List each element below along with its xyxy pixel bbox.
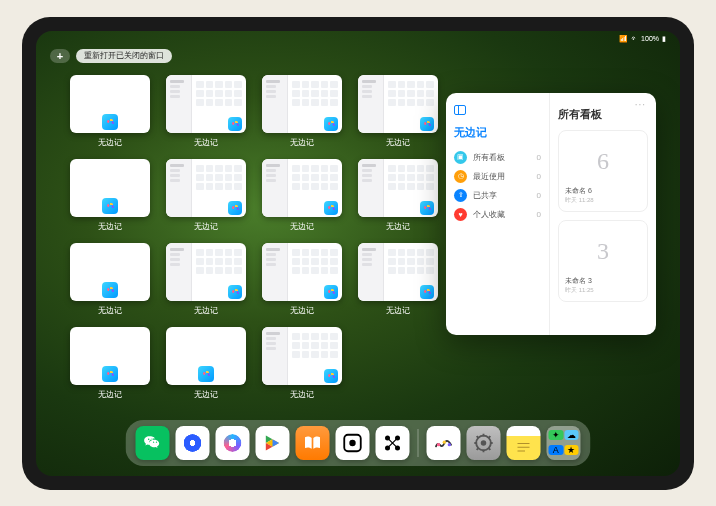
window-tile-label: 无边记 bbox=[290, 137, 314, 148]
board-sketch: 3 bbox=[565, 227, 641, 276]
sidebar-toggle-icon[interactable] bbox=[454, 105, 466, 115]
freeform-app-icon bbox=[102, 198, 118, 214]
window-tile[interactable]: 无边记 bbox=[260, 327, 344, 405]
sidebar-item[interactable]: ♥个人收藏0 bbox=[454, 205, 541, 224]
svg-point-8 bbox=[448, 443, 451, 446]
reopen-closed-button[interactable]: 重新打开已关闭的窗口 bbox=[76, 49, 172, 63]
window-thumbnail bbox=[166, 75, 246, 133]
signal-icon: 📶 bbox=[619, 35, 628, 43]
sidebar-item-label: 最近使用 bbox=[473, 171, 505, 182]
board-card[interactable]: 6未命名 6昨天 11:28 bbox=[558, 130, 648, 212]
sidebar-item-count: 0 bbox=[537, 172, 541, 181]
dice-icon[interactable] bbox=[336, 426, 370, 460]
freeform-app-icon bbox=[198, 366, 214, 382]
panel-main: ··· 所有看板 6未命名 6昨天 11:283未命名 3昨天 11:25 bbox=[550, 93, 656, 335]
window-tile[interactable]: 无边记 bbox=[68, 75, 152, 153]
board-title: 未命名 3 bbox=[565, 276, 641, 286]
freeform-icon[interactable] bbox=[427, 426, 461, 460]
window-tile-label: 无边记 bbox=[194, 305, 218, 316]
more-button[interactable]: ··· bbox=[635, 99, 646, 110]
window-thumbnail bbox=[262, 243, 342, 301]
panel-sidebar-title: 无边记 bbox=[454, 125, 541, 140]
window-thumbnail bbox=[358, 75, 438, 133]
window-tile-label: 无边记 bbox=[194, 389, 218, 400]
play-icon[interactable] bbox=[256, 426, 290, 460]
window-tile[interactable]: 无边记 bbox=[164, 75, 248, 153]
wechat-icon[interactable] bbox=[136, 426, 170, 460]
window-tile[interactable]: 无边记 bbox=[164, 327, 248, 405]
svg-point-6 bbox=[437, 443, 440, 446]
window-tile-label: 无边记 bbox=[98, 221, 122, 232]
window-grid: 无边记无边记无边记无边记无边记无边记无边记无边记无边记无边记无边记无边记无边记无… bbox=[68, 75, 448, 405]
browser1-icon[interactable] bbox=[176, 426, 210, 460]
window-tile-label: 无边记 bbox=[98, 137, 122, 148]
status-bar: 📶 ᯤ 100% ▮ bbox=[619, 35, 666, 43]
board-title: 未命名 6 bbox=[565, 186, 641, 196]
window-thumbnail bbox=[166, 327, 246, 385]
battery-label: 100% bbox=[641, 35, 659, 42]
window-tile[interactable]: 无边记 bbox=[164, 159, 248, 237]
window-thumbnail bbox=[70, 159, 150, 217]
window-tile-label: 无边记 bbox=[194, 221, 218, 232]
window-tile[interactable]: 无边记 bbox=[68, 159, 152, 237]
applibrary-icon[interactable]: ✦☁︎ A★ bbox=[547, 426, 581, 460]
window-tile[interactable]: 无边记 bbox=[164, 243, 248, 321]
sidebar-item-icon: ◷ bbox=[454, 170, 467, 183]
freeform-app-icon bbox=[228, 285, 242, 299]
freeform-app-icon bbox=[102, 282, 118, 298]
freeform-app-icon bbox=[102, 114, 118, 130]
window-tile[interactable]: 无边记 bbox=[260, 159, 344, 237]
freeform-app-icon bbox=[228, 117, 242, 131]
connect-icon[interactable] bbox=[376, 426, 410, 460]
settings-icon[interactable] bbox=[467, 426, 501, 460]
ipad-frame: 📶 ᯤ 100% ▮ + 重新打开已关闭的窗口 无边记无边记无边记无边记无边记无… bbox=[22, 17, 694, 490]
window-tile-label: 无边记 bbox=[98, 305, 122, 316]
freeform-app-icon bbox=[324, 285, 338, 299]
sidebar-item[interactable]: ⇪已共享0 bbox=[454, 186, 541, 205]
books-icon[interactable] bbox=[296, 426, 330, 460]
freeform-app-icon bbox=[420, 285, 434, 299]
freeform-app-icon bbox=[324, 117, 338, 131]
window-tile-label: 无边记 bbox=[386, 221, 410, 232]
window-tile-label: 无边记 bbox=[386, 305, 410, 316]
window-tile[interactable]: 无边记 bbox=[260, 243, 344, 321]
notes-icon[interactable] bbox=[507, 426, 541, 460]
board-subtitle: 昨天 11:28 bbox=[565, 196, 641, 205]
window-thumbnail bbox=[262, 159, 342, 217]
window-thumbnail bbox=[70, 327, 150, 385]
window-tile-label: 无边记 bbox=[194, 137, 218, 148]
wifi-icon: ᯤ bbox=[631, 35, 638, 42]
window-tile-label: 无边记 bbox=[290, 305, 314, 316]
browser2-icon[interactable] bbox=[216, 426, 250, 460]
window-tile[interactable]: 无边记 bbox=[356, 75, 440, 153]
window-tile[interactable]: 无边记 bbox=[356, 243, 440, 321]
window-thumbnail bbox=[358, 159, 438, 217]
window-tile[interactable]: 无边记 bbox=[356, 159, 440, 237]
window-thumbnail bbox=[358, 243, 438, 301]
board-subtitle: 昨天 11:25 bbox=[565, 286, 641, 295]
sidebar-item[interactable]: ▣所有看板0 bbox=[454, 148, 541, 167]
svg-point-10 bbox=[481, 440, 487, 446]
window-tile[interactable]: 无边记 bbox=[260, 75, 344, 153]
window-tile-label: 无边记 bbox=[98, 389, 122, 400]
new-window-button[interactable]: + bbox=[50, 49, 70, 63]
sidebar-item[interactable]: ◷最近使用0 bbox=[454, 167, 541, 186]
sidebar-item-count: 0 bbox=[537, 191, 541, 200]
screen: 📶 ᯤ 100% ▮ + 重新打开已关闭的窗口 无边记无边记无边记无边记无边记无… bbox=[36, 31, 680, 476]
sidebar-item-icon: ▣ bbox=[454, 151, 467, 164]
window-tile[interactable]: 无边记 bbox=[68, 327, 152, 405]
sidebar-item-label: 个人收藏 bbox=[473, 209, 505, 220]
freeform-app-icon bbox=[102, 366, 118, 382]
window-thumbnail bbox=[166, 159, 246, 217]
window-thumbnail bbox=[70, 243, 150, 301]
battery-icon: ▮ bbox=[662, 35, 666, 43]
window-thumbnail bbox=[262, 75, 342, 133]
window-thumbnail bbox=[262, 327, 342, 385]
window-thumbnail bbox=[70, 75, 150, 133]
board-card[interactable]: 3未命名 3昨天 11:25 bbox=[558, 220, 648, 302]
window-tile[interactable]: 无边记 bbox=[68, 243, 152, 321]
sidebar-item-label: 所有看板 bbox=[473, 152, 505, 163]
sidebar-item-label: 已共享 bbox=[473, 190, 497, 201]
freeform-app-icon bbox=[228, 201, 242, 215]
freeform-app-icon bbox=[420, 117, 434, 131]
